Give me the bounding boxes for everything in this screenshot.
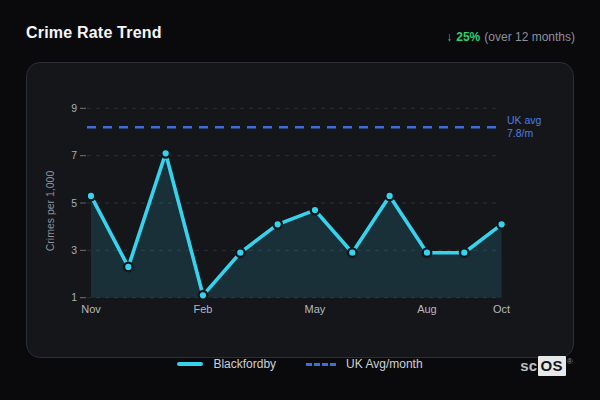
crime-rate-widget: Crime Rate Trend ↓ 25% (over 12 months) … [0,0,600,400]
y-tick-label: 9 [71,102,77,114]
trend-indicator: ↓ 25% (over 12 months) [446,30,575,44]
data-point[interactable] [311,206,320,215]
chart-card: 13579NovFebMayAugOctCrimes per 1,000UK a… [26,62,574,358]
data-point[interactable] [348,248,357,257]
area-fill [91,153,502,297]
legend-item-blackfordby[interactable]: Blackfordby [177,357,276,371]
y-tick-label: 3 [71,244,77,256]
scos-logo: scOS® [520,357,572,374]
data-point[interactable] [497,220,506,229]
data-point[interactable] [460,248,469,257]
registered-mark: ® [567,357,573,366]
logo-text-os: OS [538,356,566,376]
y-tick-label: 1 [71,291,77,303]
x-tick-label: Feb [193,303,212,315]
y-tick-label: 7 [71,149,77,161]
y-axis-label: Crimes per 1,000 [44,171,56,252]
uk-avg-label: UK avg [507,114,542,126]
data-point[interactable] [124,263,133,272]
legend-label: Blackfordby [213,357,276,371]
trend-caption: (over 12 months) [484,30,575,44]
legend-item-uk-avg[interactable]: UK Avg/month [306,357,423,371]
solid-line-swatch [177,362,203,366]
data-point[interactable] [161,149,170,158]
dashed-line-swatch [306,363,336,366]
x-tick-label: Aug [417,303,437,315]
page-title: Crime Rate Trend [26,24,162,42]
chart-canvas: 13579NovFebMayAugOctCrimes per 1,000UK a… [27,63,574,358]
chart-legend: Blackfordby UK Avg/month [0,355,600,373]
x-tick-label: Nov [81,303,101,315]
data-point[interactable] [385,192,394,201]
legend-label: UK Avg/month [346,357,423,371]
data-point[interactable] [87,192,96,201]
uk-avg-value-label: 7.8/m [507,127,534,139]
data-point[interactable] [236,248,245,257]
y-tick-label: 5 [71,197,77,209]
x-axis-labels: NovFebMayAugOct [81,303,510,315]
data-point[interactable] [423,248,432,257]
data-point[interactable] [273,220,282,229]
logo-text-sc: sc [520,357,537,374]
down-arrow-icon: ↓ [446,30,452,44]
data-point[interactable] [199,291,208,300]
x-tick-label: Oct [493,303,510,315]
trend-percent: 25% [456,30,480,44]
x-tick-label: May [305,303,326,315]
